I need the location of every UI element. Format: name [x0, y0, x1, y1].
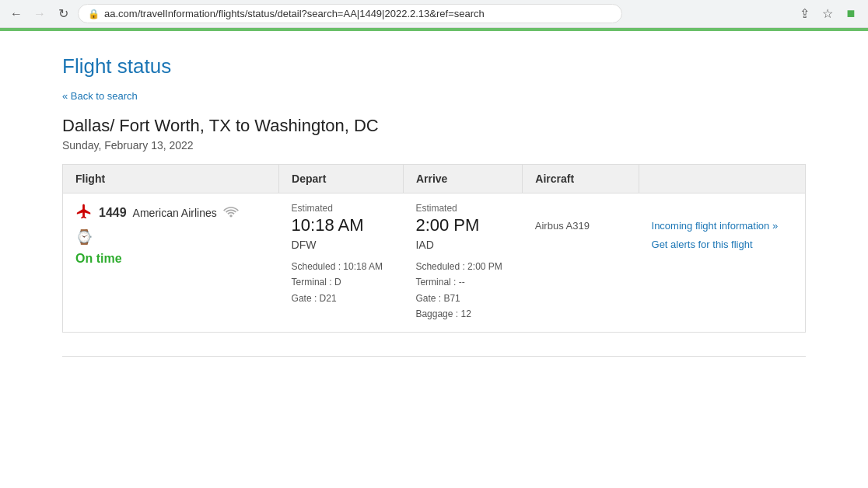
depart-time: 10:18 AM [292, 215, 391, 235]
back-button[interactable]: ← [8, 5, 25, 23]
plane-icon [75, 203, 93, 222]
col-header-flight: Flight [63, 165, 279, 193]
depart-scheduled: Scheduled : 10:18 AM [292, 259, 391, 274]
depart-gate: Gate : D21 [292, 291, 391, 306]
extensions-button[interactable]: ■ [842, 5, 860, 23]
back-to-search-link[interactable]: « Back to search [62, 90, 138, 102]
page-title: Flight status [62, 54, 806, 78]
aircraft-name: Airbus A319 [535, 220, 627, 232]
route-date: Sunday, February 13, 2022 [62, 139, 806, 152]
depart-estimated-label: Estimated [292, 203, 391, 214]
lock-icon: 🔒 [88, 9, 100, 19]
address-bar[interactable]: 🔒 aa.com/travelInformation/flights/statu… [78, 4, 622, 23]
depart-airport: DFW [292, 239, 391, 251]
arrive-airport: IAD [415, 239, 509, 251]
depart-terminal: Terminal : D [292, 274, 391, 290]
bookmark-button[interactable]: ☆ [818, 5, 837, 23]
browser-actions: ⇪ ☆ ■ [795, 5, 860, 23]
get-alerts-link[interactable]: Get alerts for this flight [652, 239, 753, 250]
on-time-status: On time [75, 252, 267, 266]
arrive-gate: Gate : B71 [415, 291, 509, 306]
url-text: aa.com/travelInformation/flights/status/… [104, 8, 485, 19]
arrive-schedule-details: Scheduled : 2:00 PM Terminal : -- Gate :… [415, 259, 509, 322]
watch-row: ⌚ [75, 228, 267, 246]
route-title: Dallas/ Fort Worth, TX to Washington, DC [62, 116, 806, 136]
flight-number-row: 1449 American Airlines [75, 203, 267, 222]
table-row: 1449 American Airlines [63, 193, 806, 333]
arrive-baggage: Baggage : 12 [415, 306, 509, 322]
watch-icon: ⌚ [75, 229, 93, 245]
aircraft-cell: Airbus A319 [523, 193, 639, 333]
flight-number: 1449 [99, 206, 127, 220]
bottom-divider [62, 356, 806, 357]
arrive-terminal: Terminal : -- [415, 274, 509, 290]
browser-chrome: ← → ↻ 🔒 aa.com/travelInformation/flights… [0, 0, 868, 28]
forward-button[interactable]: → [31, 5, 48, 23]
flight-table: Flight Depart Arrive Aircraft [62, 164, 806, 333]
depart-schedule-details: Scheduled : 10:18 AM Terminal : D Gate :… [292, 259, 391, 306]
flight-info-cell: 1449 American Airlines [63, 193, 279, 333]
arrive-estimated-label: Estimated [415, 203, 509, 214]
page-content: Flight status « Back to search Dallas/ F… [0, 31, 868, 380]
arrive-scheduled: Scheduled : 2:00 PM [415, 259, 509, 274]
share-button[interactable]: ⇪ [795, 5, 814, 23]
depart-cell: Estimated 10:18 AM DFW Scheduled : 10:18… [279, 193, 404, 333]
airline-name: American Airlines [133, 207, 217, 219]
actions-cell: Incoming flight information » Get alerts… [639, 193, 806, 333]
arrive-time: 2:00 PM [415, 215, 509, 235]
col-header-arrive: Arrive [403, 165, 522, 193]
incoming-flight-link[interactable]: Incoming flight information » [652, 220, 793, 232]
wifi-icon [223, 205, 239, 221]
arrive-cell: Estimated 2:00 PM IAD Scheduled : 2:00 P… [403, 193, 522, 333]
table-header-row: Flight Depart Arrive Aircraft [63, 165, 806, 193]
refresh-button[interactable]: ↻ [54, 5, 72, 23]
col-header-aircraft: Aircraft [523, 165, 639, 193]
col-header-actions [639, 165, 806, 193]
col-header-depart: Depart [279, 165, 404, 193]
